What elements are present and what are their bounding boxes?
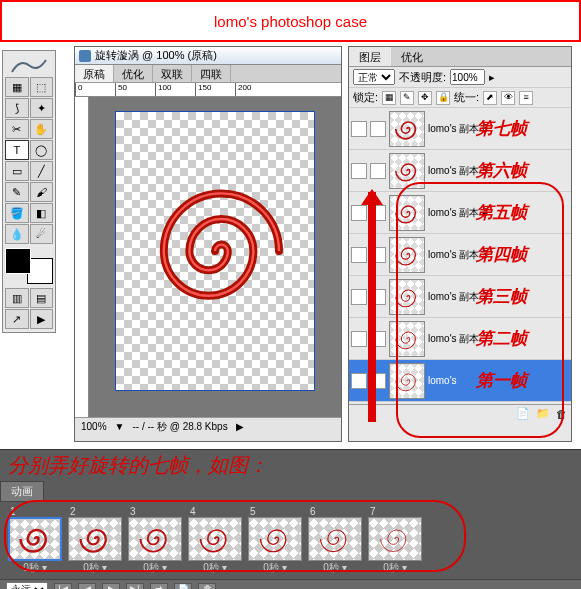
zoom-level: 100%: [81, 421, 107, 432]
lock-trans-icon[interactable]: ▦: [382, 91, 396, 105]
layer-thumbnail: [389, 111, 425, 147]
unify-pos-icon[interactable]: ⬈: [483, 91, 497, 105]
frames-strip: 1 0秒 ▾ 2 0秒 ▾ 3 0秒 ▾ 4 0秒 ▾ 5 0秒 ▾ 6 0秒 …: [0, 502, 581, 579]
smudge-tool-icon[interactable]: ☄: [30, 224, 54, 244]
next-frame-icon[interactable]: ▶|: [126, 583, 144, 590]
animation-tab[interactable]: 动画: [0, 481, 44, 502]
document-window: 旋转漩涡 @ 100% (原稿) 原稿 优化 双联 四联 05010015020…: [74, 46, 342, 442]
first-frame-icon[interactable]: |◀: [54, 583, 72, 590]
tween-icon[interactable]: ⇄: [150, 583, 168, 590]
play-icon[interactable]: ▶: [102, 583, 120, 590]
tab-optimize-panel[interactable]: 优化: [391, 47, 433, 66]
eyedrop-tool-icon[interactable]: 💧: [5, 224, 29, 244]
shape-tool-icon[interactable]: ◯: [30, 140, 54, 160]
lock-move-icon[interactable]: ✥: [418, 91, 432, 105]
artboard: [115, 111, 315, 391]
layer-annotation: 第一帧: [476, 369, 527, 392]
lasso-tool-icon[interactable]: ⟆: [5, 98, 29, 118]
opacity-input[interactable]: [450, 69, 485, 85]
preview-icon[interactable]: ▶: [30, 309, 54, 329]
tab-optimize[interactable]: 优化: [114, 65, 153, 82]
visibility-icon[interactable]: [351, 289, 367, 305]
frames-highlight: [4, 500, 466, 572]
visibility-icon[interactable]: [351, 331, 367, 347]
eraser-tool-icon[interactable]: ◧: [30, 203, 54, 223]
tab-original[interactable]: 原稿: [75, 65, 114, 82]
color-swatch[interactable]: [5, 248, 53, 284]
unify-style-icon[interactable]: ≡: [519, 91, 533, 105]
ruler-vertical: [75, 97, 89, 417]
layer-annotation: 第五帧: [476, 201, 527, 224]
hand-tool-icon[interactable]: ✋: [30, 119, 54, 139]
spiral-graphic: [135, 171, 295, 331]
prev-frame-icon[interactable]: ◀: [78, 583, 96, 590]
layer-annotation: 第三帧: [476, 285, 527, 308]
delete-frame-icon[interactable]: 🗑: [198, 583, 216, 590]
visibility-icon[interactable]: [351, 205, 367, 221]
move-tool-icon[interactable]: ▦: [5, 77, 29, 97]
rect-tool-icon[interactable]: ▭: [5, 161, 29, 181]
link-icon[interactable]: [370, 163, 386, 179]
tab-2up[interactable]: 双联: [153, 65, 192, 82]
mask-mode-icon[interactable]: ▥: [5, 288, 29, 308]
line-tool-icon[interactable]: ╱: [30, 161, 54, 181]
caption: 分别弄好旋转的七帧，如图：: [0, 450, 276, 481]
layer-annotation: 第二帧: [476, 327, 527, 350]
unify-vis-icon[interactable]: 👁: [501, 91, 515, 105]
document-tabs: 原稿 优化 双联 四联: [75, 65, 341, 83]
layer-annotation: 第七帧: [476, 117, 527, 140]
crop-tool-icon[interactable]: ✂: [5, 119, 29, 139]
layer-row[interactable]: lomo's 副本 6 第七帧: [349, 108, 571, 150]
layer-annotation: 第四帧: [476, 243, 527, 266]
visibility-icon[interactable]: [351, 163, 367, 179]
play-controls: 永远 |◀ ◀ ▶ ▶| ⇄ 📄 🗑: [0, 579, 581, 589]
banner-title: lomo's photoshop case: [214, 13, 367, 30]
type-tool-icon[interactable]: T: [5, 140, 29, 160]
tab-layers[interactable]: 图层: [349, 47, 391, 66]
animation-panel: 分别弄好旋转的七帧，如图： 动画 1 0秒 ▾ 2 0秒 ▾ 3 0秒 ▾ 4 …: [0, 449, 581, 587]
canvas[interactable]: [89, 97, 341, 417]
bucket-tool-icon[interactable]: 🪣: [5, 203, 29, 223]
wand-tool-icon[interactable]: ✦: [30, 98, 54, 118]
lock-label: 锁定:: [353, 90, 378, 105]
loop-select[interactable]: 永远: [6, 582, 48, 590]
visibility-icon[interactable]: [351, 121, 367, 137]
visibility-icon[interactable]: 👁: [351, 373, 367, 389]
marquee-tool-icon[interactable]: ⬚: [30, 77, 54, 97]
ruler-horizontal: 050100150200: [75, 83, 341, 97]
lock-all-icon[interactable]: 🔒: [436, 91, 450, 105]
screen-mode-icon[interactable]: ▤: [30, 288, 54, 308]
banner: lomo's photoshop case: [0, 0, 581, 42]
brush-tool-icon[interactable]: 🖌: [30, 182, 54, 202]
pencil-tool-icon[interactable]: ✎: [5, 182, 29, 202]
arrow-annotation: [368, 192, 376, 422]
unify-label: 统一:: [454, 90, 479, 105]
jump-icon[interactable]: ↗: [5, 309, 29, 329]
link-icon[interactable]: [370, 121, 386, 137]
status-bar: 100% ▼ -- / -- 秒 @ 28.8 Kbps ▶: [75, 417, 341, 435]
blend-mode-select[interactable]: 正常: [353, 69, 395, 85]
visibility-icon[interactable]: [351, 247, 367, 263]
new-frame-icon[interactable]: 📄: [174, 583, 192, 590]
layer-annotation: 第六帧: [476, 159, 527, 182]
opacity-label: 不透明度:: [399, 70, 446, 85]
lock-paint-icon[interactable]: ✎: [400, 91, 414, 105]
toolbox: ▦⬚ ⟆✦ ✂✋ T◯ ▭╱ ✎🖌 🪣◧ 💧☄ ▥▤ ↗▶: [2, 50, 56, 333]
status-text: -- / -- 秒 @ 28.8 Kbps: [132, 420, 227, 434]
app-icon: [79, 50, 91, 62]
document-title: 旋转漩涡 @ 100% (原稿): [95, 48, 217, 63]
tab-4up[interactable]: 四联: [192, 65, 231, 82]
document-titlebar: 旋转漩涡 @ 100% (原稿): [75, 47, 341, 65]
